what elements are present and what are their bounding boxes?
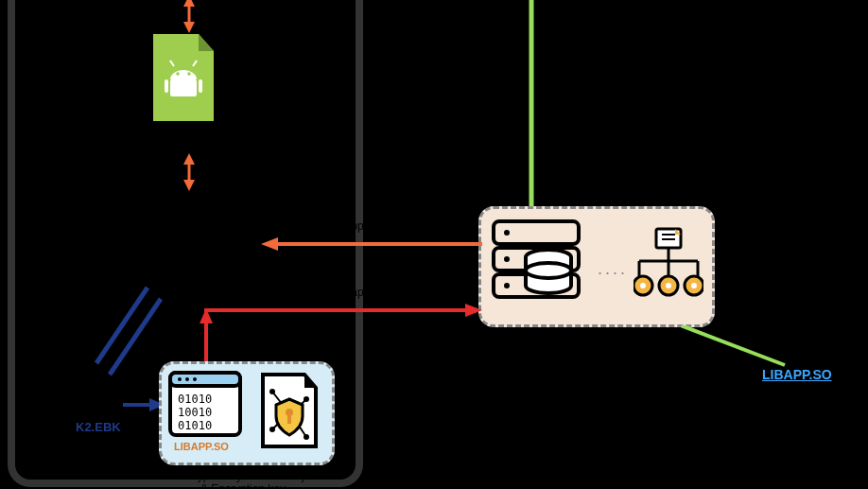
svg-line-45 — [110, 299, 161, 375]
svg-line-44 — [96, 288, 148, 363]
svg-line-43 — [681, 325, 785, 365]
processor-icon — [634, 227, 703, 310]
svg-text:01010: 01010 — [178, 419, 212, 432]
svg-text:01010: 01010 — [178, 393, 212, 406]
svg-point-7 — [176, 72, 180, 76]
svg-point-33 — [666, 283, 671, 288]
binary-file-icon: 01010 10010 01010 — [168, 371, 242, 446]
libapp-box-caption-2: & Encryption key — [200, 482, 286, 489]
libapp-so-label: LIBAPP.SO — [174, 441, 229, 452]
svg-point-19 — [504, 283, 510, 288]
arrow-apk-note — [180, 153, 199, 195]
label-includes-in-apk: INCLUDES IN APK — [200, 2, 308, 16]
svg-rect-10 — [199, 79, 202, 93]
green-line-diag — [681, 325, 794, 376]
arrow-encrypted-send — [204, 301, 482, 323]
svg-rect-9 — [165, 79, 168, 93]
apk-note-line2: file are (bundled) in the APK — [204, 174, 345, 187]
apk-file-label: .APK — [223, 70, 252, 84]
svg-point-50 — [178, 377, 182, 381]
svg-marker-1 — [183, 22, 195, 33]
svg-point-18 — [504, 256, 510, 262]
svg-marker-13 — [183, 180, 195, 191]
arrow-decrypt-label: Decrypts libapp. so on the fly — [286, 219, 431, 233]
encryption-key-icon — [257, 371, 323, 458]
k2-ebk-label: K2.EBK — [76, 420, 121, 434]
svg-rect-4 — [170, 79, 197, 96]
svg-point-52 — [193, 377, 197, 381]
server-database-icon — [492, 218, 596, 320]
apk-note-line1: The libapp.so and the k2.ebk — [204, 159, 350, 172]
server-caption-line2: decrypts it on the fly via a Key — [700, 386, 850, 399]
svg-point-17 — [504, 230, 510, 236]
svg-point-8 — [187, 72, 191, 76]
apk-file-icon — [149, 34, 217, 129]
svg-marker-40 — [465, 304, 482, 317]
svg-marker-42 — [200, 308, 213, 323]
svg-point-31 — [640, 283, 646, 288]
green-line-vertical — [526, 0, 537, 214]
arrow-encrypted-send-label: Encrypted libapp.so is sent — [286, 286, 421, 299]
svg-marker-12 — [183, 153, 195, 165]
svg-marker-2 — [183, 0, 195, 7]
arrow-libapp-up-label: Encryptedlibapp.so — [214, 325, 265, 352]
libapp-box-caption-1: Encrypted Dynamic library — [174, 469, 306, 482]
svg-point-51 — [185, 377, 189, 381]
svg-marker-38 — [261, 237, 278, 251]
blue-diag-lines — [91, 284, 166, 382]
svg-rect-65 — [287, 414, 291, 424]
svg-text:10010: 10010 — [178, 406, 212, 419]
arrow-includes-in-apk — [180, 0, 199, 37]
arrow-decrypt — [261, 235, 482, 257]
link-dots: ···· — [598, 263, 628, 283]
svg-point-35 — [691, 283, 697, 288]
